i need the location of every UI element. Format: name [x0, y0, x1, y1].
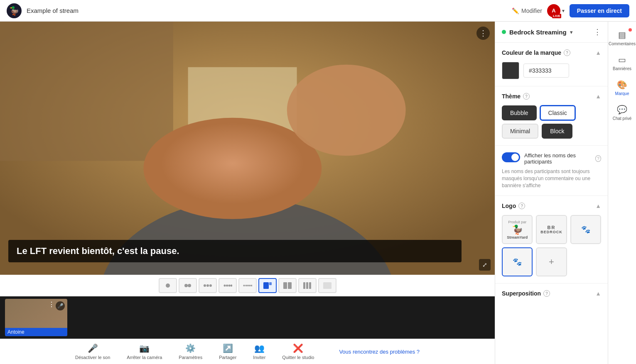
svg-point-6: [166, 283, 170, 288]
fullscreen-button[interactable]: ⤢: [479, 259, 491, 271]
main-area: ⋮ Le LFT revient bientôt, c'est la pause…: [0, 22, 636, 364]
color-row: [502, 62, 601, 79]
svg-rect-28: [323, 282, 332, 289]
live-badge: LIVE: [552, 14, 561, 18]
layout-split-two-button[interactable]: [278, 278, 297, 293]
layout-five-button[interactable]: [238, 278, 257, 293]
layout-three-button[interactable]: [199, 278, 217, 293]
svg-point-12: [223, 285, 226, 287]
svg-rect-1: [0, 22, 173, 161]
modifier-button[interactable]: ✏️ Modifier: [512, 7, 542, 14]
svg-point-19: [249, 285, 250, 286]
svg-point-16: [243, 285, 245, 286]
avatar: A LIVE: [547, 4, 560, 17]
settings-button[interactable]: ⚙️ Paramètres: [179, 343, 202, 360]
theme-help-icon[interactable]: ?: [523, 93, 530, 100]
logo-bedrock[interactable]: BR BEDROCK: [536, 215, 567, 244]
brand-color-section: Couleur de la marque ? ▲: [495, 43, 608, 86]
problem-link[interactable]: Vous rencontrez des problèmes ?: [339, 349, 420, 355]
header-left: 🦆 Example of stream: [7, 3, 79, 18]
svg-point-13: [226, 285, 228, 287]
svg-rect-22: [269, 282, 272, 285]
logo-streamyard[interactable]: Produit par 🦆 StreamYard: [502, 215, 533, 244]
svg-rect-25: [303, 282, 305, 289]
video-menu-button[interactable]: ⋮: [476, 27, 490, 40]
logo-collapse-button[interactable]: ▲: [595, 203, 601, 209]
thumb-menu-button[interactable]: ⋮: [48, 300, 55, 308]
superposition-help-icon[interactable]: ?: [543, 290, 550, 297]
logo-section-header: Logo ? ▲: [502, 203, 601, 209]
logo-help-icon[interactable]: ?: [518, 203, 525, 209]
participants-help-icon[interactable]: ?: [595, 155, 601, 162]
logo-title: Logo ?: [502, 203, 525, 209]
brand-color-collapse-button[interactable]: ▲: [595, 49, 601, 56]
participants-toggle[interactable]: [502, 152, 520, 162]
theme-block-button[interactable]: Block: [542, 124, 572, 139]
icon-bar-comments[interactable]: ▤ Commentaires: [608, 26, 636, 51]
video-panel: ⋮ Le LFT revient bientôt, c'est la pause…: [0, 22, 495, 364]
panel-menu-button[interactable]: ⋮: [594, 27, 601, 37]
participant-row: 🎤 ⋮ Antoine: [0, 296, 495, 339]
svg-point-5: [287, 65, 406, 156]
theme-section-header: Thème ? ▲: [502, 93, 601, 100]
brand-icon: 🎨: [617, 80, 627, 90]
mute-button[interactable]: 🎤 Désactiver le son: [75, 343, 110, 360]
theme-collapse-button[interactable]: ▲: [595, 93, 601, 100]
logo-add-button[interactable]: +: [536, 247, 567, 276]
svg-point-17: [245, 285, 247, 286]
logo-custom-1[interactable]: 🐾: [570, 215, 601, 244]
icon-bar-brand[interactable]: 🎨 Marque: [608, 76, 636, 100]
logo-custom-selected[interactable]: 🐾: [502, 247, 533, 276]
private-chat-icon: 💬: [617, 105, 627, 115]
theme-bubble-button[interactable]: Bubble: [502, 105, 537, 120]
layout-single-button[interactable]: [159, 278, 177, 293]
theme-minimal-button[interactable]: Minimal: [502, 124, 538, 139]
subtitle-bar: Le LFT revient bientôt, c'est la pause.: [8, 240, 462, 262]
brand-color-help-icon[interactable]: ?: [564, 49, 570, 56]
leave-icon: ❌: [293, 343, 303, 353]
right-sidebar: Bedrock Streaming ▾ ⋮ Couleur de la marq…: [495, 22, 636, 364]
stream-title: Example of stream: [27, 7, 79, 14]
icon-bar-private-chat[interactable]: 💬 Chat privé: [608, 100, 636, 125]
layout-four-button[interactable]: [219, 278, 237, 293]
panel-title: Bedrock Streaming: [509, 29, 567, 36]
live-indicator-dot: [502, 30, 506, 34]
theme-classic-button[interactable]: Classic: [540, 105, 575, 120]
avatar-group: A LIVE ▾: [547, 4, 565, 17]
brand-color-section-header: Couleur de la marque ? ▲: [502, 49, 601, 56]
toggle-row: Afficher les noms des participants ?: [502, 152, 601, 165]
svg-point-20: [251, 285, 252, 286]
camera-button[interactable]: 📷 Arrêter la caméra: [127, 343, 162, 360]
layout-selector: [0, 275, 495, 296]
layout-split-three-button[interactable]: [298, 278, 317, 293]
layout-main-pip-button[interactable]: [258, 278, 277, 293]
icon-bar-banners[interactable]: ▭ Bannières: [608, 51, 636, 76]
svg-point-18: [247, 285, 249, 286]
video-area: ⋮ Le LFT revient bientôt, c'est la pause…: [0, 22, 495, 275]
panel-header-left: Bedrock Streaming ▾: [502, 29, 573, 36]
go-live-button[interactable]: Passer en direct: [570, 4, 629, 17]
logo-grid: Produit par 🦆 StreamYard BR BEDROCK: [502, 215, 601, 276]
svg-rect-24: [288, 282, 292, 289]
color-swatch[interactable]: [502, 62, 519, 79]
avatar-chevron-button[interactable]: ▾: [562, 8, 565, 14]
leave-button[interactable]: ❌ Quitter le studio: [282, 343, 314, 360]
toggle-slider: [502, 152, 520, 162]
theme-section: Thème ? ▲ Bubble Classic Minimal: [495, 86, 608, 146]
camera-icon: 📷: [139, 343, 150, 353]
menu-dots-icon: ⋮: [479, 29, 487, 38]
bottom-toolbar: 🎤 Désactiver le son 📷 Arrêter la caméra …: [0, 339, 495, 364]
video-feed: [0, 22, 495, 275]
superposition-title: Superposition ?: [502, 290, 550, 297]
color-hex-input[interactable]: [523, 64, 569, 78]
layout-blank-button[interactable]: [318, 278, 336, 293]
invite-button[interactable]: 👥 Inviter: [253, 343, 265, 360]
share-button[interactable]: ↗️ Partager: [219, 343, 236, 360]
panel-chevron-icon[interactable]: ▾: [570, 29, 573, 35]
svg-point-4: [143, 118, 322, 219]
layout-two-button[interactable]: [179, 278, 197, 293]
svg-rect-27: [309, 282, 311, 289]
participant-name: Antoine: [5, 328, 67, 336]
superposition-collapse-button[interactable]: ▲: [595, 290, 601, 297]
svg-rect-26: [306, 282, 308, 289]
